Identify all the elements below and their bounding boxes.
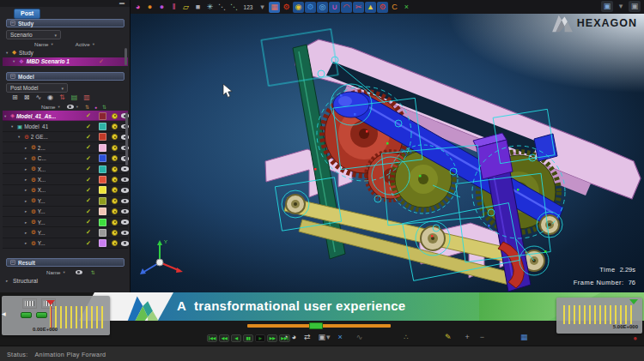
post-model-dropdown[interactable]: Post Model ▾ [6,83,68,93]
scenario-dropdown[interactable]: Scenario ▾ [6,30,61,39]
viewport-3d[interactable]: Y HEXAGON Time2.29s Frame Number:76 [131,14,644,292]
visibility-eye-icon[interactable] [121,166,129,171]
color-swatch[interactable] [99,197,106,205]
measure-probe-icon[interactable]: ‖ [168,2,179,13]
section-plane-icon[interactable]: ▱ [180,2,191,13]
color-column-icon[interactable]: ● [94,105,97,110]
column-name[interactable]: Name [34,41,49,47]
visibility-eye-icon[interactable] [121,188,129,193]
expand-arrow-icon[interactable]: ▸ [25,199,31,203]
enabled-check[interactable]: ✓ [86,112,91,119]
panel-collapse-icon[interactable]: ◀ [2,310,6,316]
viewport-3d-model[interactable]: Y [131,14,644,292]
filter-icon[interactable]: ▾ [58,105,60,109]
render-mode-icon[interactable] [112,187,118,193]
color-swatch[interactable] [99,219,106,226]
render-mode-icon[interactable] [112,166,118,172]
render-mode-icon[interactable] [112,145,118,151]
sphere-purple-icon[interactable]: ● [156,2,167,13]
render-mode-icon[interactable] [112,198,118,204]
color-swatch[interactable] [99,239,106,247]
visibility-eye-icon[interactable] [121,220,129,225]
expand-arrow-icon[interactable]: ▾ [6,51,12,55]
render-mode-icon[interactable] [112,123,118,129]
render-mode-icon[interactable] [112,155,118,161]
render-mode-icon[interactable] [112,240,118,246]
clock-icon[interactable]: ◕ [291,332,295,342]
expand-arrow-icon[interactable]: ▾ [11,124,17,129]
active-check[interactable]: ✓ [99,58,104,65]
render-mode-icon[interactable] [112,230,118,236]
gear-constraint-icon[interactable]: ⚙ [305,2,316,13]
tree-row-2-ge[interactable]: ▾ ⚙ 2 GE... ✓ [3,132,128,142]
filter-icon[interactable]: ▾ [52,42,53,46]
fast-forward-button[interactable]: ▶▶ [267,334,277,342]
reorder-column-green-icon[interactable]: ⇅ [102,104,106,110]
expand-arrow-icon[interactable]: ▸ [6,279,13,283]
enabled-check[interactable]: ✓ [86,123,91,130]
cube-visibility-icon[interactable]: ■ [192,2,204,13]
expand-arrow-icon[interactable]: ▸ [25,209,31,214]
export-table-icon[interactable]: ▥ [83,93,90,101]
color-swatch[interactable] [99,165,106,173]
ball-marker-icon[interactable]: ◉ [293,2,304,13]
render-mode-icon[interactable] [112,220,118,226]
display-bodies-icon[interactable]: ◕ [132,2,143,13]
stop-record-icon[interactable]: ● [633,334,637,342]
step-back-button[interactable]: ◀ [231,334,241,342]
color-swatch[interactable] [99,208,106,215]
visibility-eye-icon[interactable] [121,177,129,183]
timeline-panel-right[interactable]: 5.00E+000 [556,298,642,334]
tree-row-part[interactable]: ▸ ⚙ C... ✓ [3,153,128,164]
tree-scrollbar[interactable] [125,112,128,165]
section-header-result[interactable]: − Result [6,258,125,267]
visibility-eye-icon[interactable] [121,209,129,214]
timeline-panel-left[interactable]: ◀ 0.00E+000 [2,296,110,335]
filter-icon[interactable]: ▾ [76,105,78,109]
sphere-orange-icon[interactable]: ● [144,2,155,13]
tree-row-part[interactable]: ▸ ⚙ Y... ✓ [3,238,128,249]
node-dim-icon[interactable]: ∴ [404,332,409,342]
enabled-check[interactable]: ✓ [86,144,91,151]
expand-arrow-icon[interactable]: ▸ [25,231,31,235]
inspect-zoom-icon[interactable]: ◎ [317,2,328,13]
signal-thumbnail-icon[interactable] [22,298,37,309]
scenario-row-study[interactable]: ▾ ◆ Study [3,48,128,57]
table-view-icon[interactable]: ▦ [520,332,528,342]
expand-arrow-icon[interactable]: ▸ [25,220,31,225]
layout-caret-icon[interactable]: ▾ [615,1,627,12]
tree-row-model-41[interactable]: ▾ ▣ Model_41 ✓ [3,121,128,131]
reorder-column-icon[interactable]: ⇅ [85,104,89,110]
enabled-check[interactable]: ✓ [86,165,91,172]
curve-icon[interactable]: ∿ [35,93,41,101]
rotate-c-icon[interactable]: C [389,2,400,13]
visibility-eye-icon[interactable] [121,241,129,246]
color-swatch[interactable] [99,133,106,141]
trace-dots-green-icon[interactable]: ⋱ [228,2,240,13]
eye-column-icon[interactable] [67,105,74,109]
filter-icon[interactable]: ▾ [93,42,94,46]
result-row-structural[interactable]: ▸ Structural [3,278,38,284]
filter-icon[interactable]: ▾ [64,270,65,274]
expand-arrow-icon[interactable]: ▸ [25,188,31,192]
go-start-button[interactable]: |◀◀ [207,334,217,342]
u-joint-icon[interactable]: ∪ [329,2,340,13]
reorder-icon[interactable]: ⇅ [59,93,65,101]
scenario-row-mbd-scenario-1[interactable]: ▾ ❖ MBD Scenario 1 ✓ [3,57,128,67]
timeline-slider[interactable] [247,324,391,328]
render-mode-icon[interactable] [112,134,118,140]
tree-row-part[interactable]: ▸ ⚙ X... ✓ [3,164,128,174]
pause-button[interactable]: ▮▮ [243,334,253,342]
curve-dim-icon[interactable]: ∿ [356,332,363,342]
enabled-check[interactable]: ✓ [86,240,91,247]
expand-arrow-icon[interactable]: ▸ [25,177,31,182]
range-end-button[interactable] [36,312,47,318]
viewport-single-icon[interactable]: ▣ [629,1,641,12]
enabled-check[interactable]: ✓ [86,229,91,236]
minimize-icon[interactable]: ▬ [119,0,125,5]
expand-arrow-icon[interactable]: ▾ [4,114,10,118]
record-video-icon[interactable]: ▣ [318,332,325,342]
expand-arrow-icon[interactable]: ▸ [25,241,31,245]
timeline-slider-handle[interactable] [309,322,323,329]
fast-back-button[interactable]: ◀◀ [219,334,229,342]
